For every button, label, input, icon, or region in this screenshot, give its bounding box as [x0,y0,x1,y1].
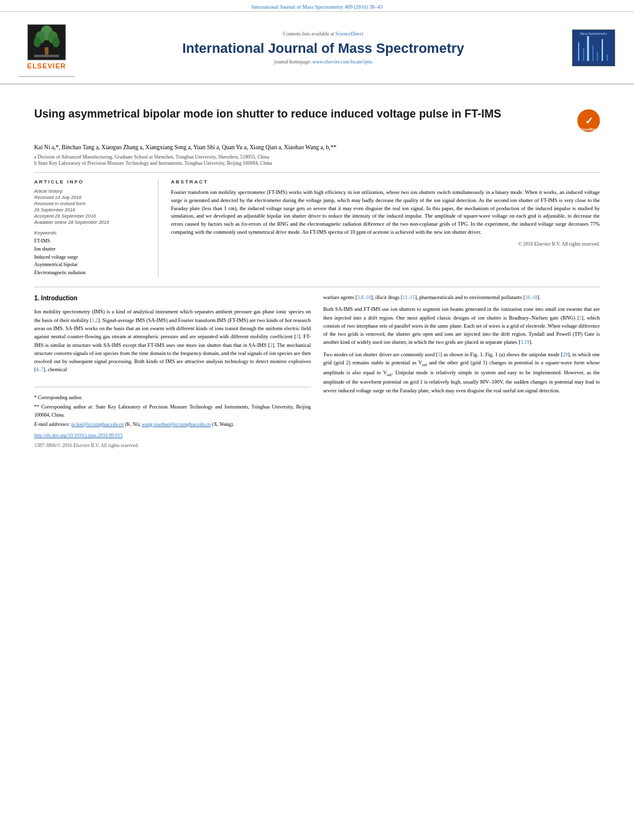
ref-4-7[interactable]: 4–7 [36,367,44,372]
article-info-heading: ARTICLE INFO [34,179,149,185]
intro-para-1: Ion mobility spectrometry (IMS) is a kin… [34,308,311,374]
ref-3b[interactable]: 3 [438,352,440,358]
elsevier-text: ELSEVIER [27,62,66,70]
affiliation-a: a Division of Advanced Manufacturing, Gr… [34,154,600,160]
main-col-right: warfare agents [3,8–10], illicit drugs [… [323,293,600,451]
svg-text:✓: ✓ [585,116,593,126]
journal-thumbnail: Mass Spectrometry [572,29,615,67]
keywords-section: Keywords: FT-IMS Ion shutter Induced vol… [34,230,149,277]
affiliation-b: b State Key Laboratory of Precision Meas… [34,160,600,166]
article-history: Article history: Received 14 July 2016 R… [34,188,149,225]
history-1: Received in revised form [34,201,149,206]
history-4: Available online 28 September 2016 [34,219,149,225]
keywords-list: FT-IMS Ion shutter Induced voltage surge… [34,238,149,277]
homepage-label: journal homepage: [274,59,311,65]
ref-3-19[interactable]: 3,19 [520,339,529,345]
divider-1 [34,172,600,173]
ref-1-2[interactable]: 1,2 [92,318,98,323]
intro-para-warfare: warfare agents [3,8–10], illicit drugs [… [323,293,600,302]
ref-1b[interactable]: 1 [579,315,582,321]
svg-text:Mass Spectrometry: Mass Spectrometry [580,32,607,35]
svg-text:CrossMark: CrossMark [581,127,597,131]
affiliations: a Division of Advanced Manufacturing, Gr… [34,154,600,166]
journal-homepage: journal homepage: www.elsevier.com/locat… [75,59,572,65]
article-body: Using asymmetrical bipolar mode ion shut… [0,85,634,464]
keyword-4: Electromagnetic radiation [34,269,149,277]
keyword-3: Asymmetrical bipolar [34,261,149,269]
abstract-heading: ABSTRACT [171,179,600,185]
email-label: E-mail addresses: [34,422,70,427]
keyword-1: Ion shutter [34,246,149,254]
footnote-star2: ** Corresponding author at: State Key La… [34,404,311,419]
top-bar: International Journal of Mass Spectromet… [0,0,634,12]
doi-link[interactable]: http://dx.doi.org/10.1016/j.ijms.2016.09… [34,433,122,438]
email1-name: (K. Ni), [125,422,140,427]
keyword-0: FT-IMS [34,238,149,246]
main-content: 1. Introduction Ion mobility spectrometr… [34,293,600,451]
author-names: Kai Ni a,*, Binchao Tang a, Xiaoguo Zhan… [34,144,336,150]
main-col-left: 1. Introduction Ion mobility spectrometr… [34,293,311,451]
journal-title: International Journal of Mass Spectromet… [75,40,572,57]
ref-2b[interactable]: 2 [270,343,272,348]
ref-20[interactable]: 20 [563,352,568,358]
section1-title: 1. Introduction [34,293,311,303]
email2-link[interactable]: wang.xiaohao@sz.tsinghua.edu.cn [142,422,211,427]
journal-citation: International Journal of Mass Spectromet… [252,4,383,10]
intro-para-two-modes: Two modes of ion shutter driver are comm… [323,351,600,395]
email2-name: (X. Wang). [212,422,234,427]
info-abstract-section: ARTICLE INFO Article history: Received 1… [34,179,600,277]
abstract-col: ABSTRACT Fourier transform ion mobility … [171,179,600,277]
copyright-line: © 2016 Elsevier B.V. All rights reserved… [171,241,600,247]
email-line: E-mail addresses: ni.kai@sz.tsinghua.edu… [34,421,311,428]
article-title: Using asymmetrical bipolar mode ion shut… [34,107,565,121]
svg-rect-7 [34,55,59,57]
contents-available: Contents lists available at ScienceDirec… [75,31,572,37]
ref-3-8-10[interactable]: 3,8–10 [357,295,371,300]
journal-header: ELSEVIER Contents lists available at Sci… [0,12,634,85]
abstract-content: Fourier transform ion mobility spectrome… [171,188,600,236]
sciencedirect-link[interactable]: ScienceDirect [336,31,364,37]
keyword-2: Induced voltage surge [34,254,149,262]
authors-line: Kai Ni a,*, Binchao Tang a, Xiaoguo Zhan… [34,144,600,150]
journal-center-info: Contents lists available at ScienceDirec… [75,31,572,65]
doi-line: http://dx.doi.org/10.1016/j.ijms.2016.09… [34,432,311,440]
article-title-section: Using asymmetrical bipolar mode ion shut… [34,107,600,137]
elsevier-tree-graphic [27,24,66,60]
issn-line: 1387-3806/© 2016 Elsevier B.V. All right… [34,442,311,450]
keywords-heading: Keywords: [34,230,149,236]
footnotes: * Corresponding author. ** Corresponding… [34,387,311,450]
ref-16-18[interactable]: 16–18 [525,295,538,300]
history-0: Received 14 July 2016 [34,195,149,200]
history-2: 26 September 2016 [34,207,149,213]
ref-11-15[interactable]: 11–15 [403,295,415,300]
history-3: Accepted 26 September 2016 [34,213,149,219]
crossmark-badge: ✓ CrossMark [577,109,600,132]
svg-rect-6 [45,47,48,55]
history-heading: Article history: [34,188,149,194]
divider-2 [34,287,600,287]
contents-label: Contents lists available at [283,31,334,37]
elsevier-logo: ELSEVIER [19,18,75,77]
svg-point-5 [52,37,60,47]
footnote-star: * Corresponding author. [34,394,311,402]
abstract-text: Fourier transform ion mobility spectrome… [171,188,600,236]
ref-3[interactable]: 3 [296,334,298,339]
email1-link[interactable]: ni.kai@sz.tsinghua.edu.cn [71,422,124,427]
article-info-col: ARTICLE INFO Article history: Received 1… [34,179,158,277]
svg-point-4 [34,37,41,47]
intro-para-both-ims: Both SA-IMS and FT-IMS use ion shutters … [323,305,600,346]
homepage-url[interactable]: www.elsevier.com/locate/ijms [313,59,372,65]
